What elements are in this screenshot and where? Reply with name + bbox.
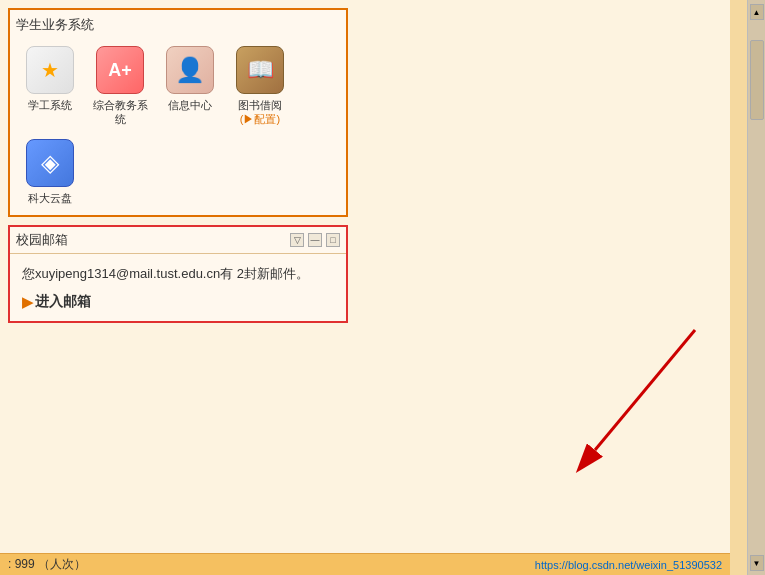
app-info-center[interactable]: 信息中心 (160, 46, 220, 127)
scrollbar-arrow-up[interactable]: ▲ (750, 4, 764, 20)
scrollbar[interactable]: ▲ ▼ (747, 0, 765, 575)
app-jiao-wu[interactable]: 综合教务系 统 (90, 46, 150, 127)
email-panel-header: 校园邮箱 ▽ — □ (10, 227, 346, 254)
status-count: : 999 （人次） (8, 556, 86, 573)
email-panel-title: 校园邮箱 (16, 231, 68, 249)
student-services-title: 学生业务系统 (16, 16, 340, 34)
email-panel: 校园邮箱 ▽ — □ 您xuyipeng1314@mail.tust.edu.c… (8, 225, 348, 323)
email-message: 您xuyipeng1314@mail.tust.edu.cn有 2封新邮件。 (22, 264, 334, 285)
email-inbox-link[interactable]: ▶ 进入邮箱 (22, 293, 334, 311)
email-link-arrow-icon: ▶ (22, 294, 33, 310)
email-panel-controls: ▽ — □ (290, 233, 340, 247)
apps-grid: 学工系统 综合教务系 统 信息中心 图书借阅 (▶配置) (16, 42, 340, 131)
cloud-icon (26, 139, 74, 187)
xue-gong-label: 学工系统 (28, 98, 72, 112)
app-library[interactable]: 图书借阅 (▶配置) (230, 46, 290, 127)
app-cloud[interactable]: 科大云盘 (20, 139, 80, 205)
scrollbar-thumb[interactable] (750, 40, 764, 120)
status-url[interactable]: https://blog.csdn.net/weixin_51390532 (535, 559, 722, 571)
email-link-text: 进入邮箱 (35, 293, 91, 311)
xue-gong-icon (26, 46, 74, 94)
library-config[interactable]: (▶配置) (240, 113, 280, 125)
apps-grid-row2: 科大云盘 (16, 135, 340, 209)
email-minimize-btn[interactable]: — (308, 233, 322, 247)
status-bar: : 999 （人次） https://blog.csdn.net/weixin_… (0, 553, 730, 575)
email-maximize-btn[interactable]: □ (326, 233, 340, 247)
student-services-panel: 学生业务系统 学工系统 综合教务系 统 信息中心 (8, 8, 348, 217)
cloud-label: 科大云盘 (28, 191, 72, 205)
jiao-wu-label: 综合教务系 统 (93, 98, 148, 127)
library-icon (236, 46, 284, 94)
main-content: 学生业务系统 学工系统 综合教务系 统 信息中心 (0, 0, 730, 575)
app-xue-gong[interactable]: 学工系统 (20, 46, 80, 127)
info-center-label: 信息中心 (168, 98, 212, 112)
email-panel-body: 您xuyipeng1314@mail.tust.edu.cn有 2封新邮件。 ▶… (10, 254, 346, 321)
jiao-wu-icon (96, 46, 144, 94)
email-collapse-btn[interactable]: ▽ (290, 233, 304, 247)
info-center-icon (166, 46, 214, 94)
library-label: 图书借阅 (▶配置) (238, 98, 282, 127)
scrollbar-arrow-down[interactable]: ▼ (750, 555, 764, 571)
